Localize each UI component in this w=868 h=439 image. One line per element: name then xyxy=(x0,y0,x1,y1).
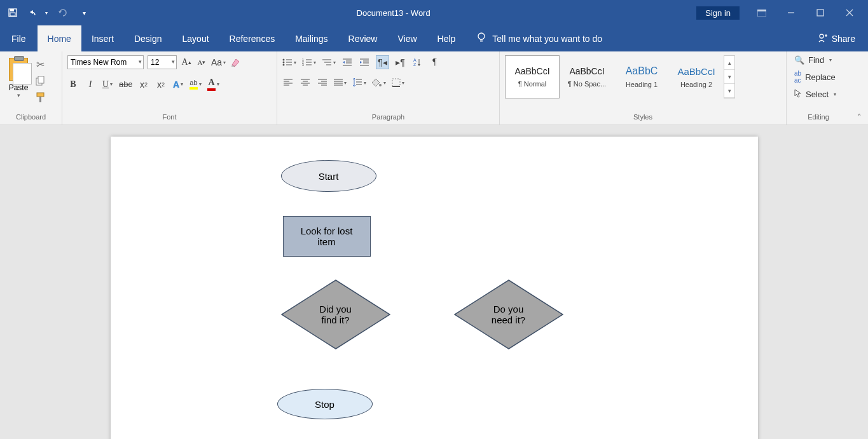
style-normal[interactable]: AaBbCcI¶ Normal xyxy=(505,55,560,98)
tell-me-search[interactable]: Tell me what you want to do xyxy=(476,25,602,51)
flowchart-decision-2[interactable]: Do you need it? xyxy=(454,280,563,349)
copy-icon[interactable] xyxy=(34,74,46,87)
numbering-button[interactable]: 123▾ xyxy=(302,58,316,67)
maximize-icon[interactable] xyxy=(806,3,835,22)
tab-insert[interactable]: Insert xyxy=(81,25,124,51)
text-effects-button[interactable]: A▾ xyxy=(172,79,184,90)
svg-rect-4 xyxy=(757,10,766,11)
collapse-ribbon-icon[interactable]: ˄ xyxy=(850,51,868,125)
undo-icon[interactable] xyxy=(28,6,41,19)
select-button[interactable]: Select▾ xyxy=(792,88,839,101)
font-name-combo[interactable]: Times New Rom▾ xyxy=(67,55,144,69)
qat-more-icon[interactable]: ▾ xyxy=(78,6,90,19)
increase-indent-button[interactable] xyxy=(359,58,370,67)
italic-button[interactable]: I xyxy=(85,79,96,90)
find-button[interactable]: 🔍Find▾ xyxy=(792,54,834,66)
bold-button[interactable]: B xyxy=(67,79,79,90)
svg-rect-17 xyxy=(37,93,44,97)
flowchart-terminator-start[interactable]: Start xyxy=(281,160,376,192)
tab-home[interactable]: Home xyxy=(38,25,81,51)
shading-button[interactable]: ▾ xyxy=(372,78,386,87)
share-label: Share xyxy=(832,34,855,44)
style-heading1[interactable]: AaBbCHeading 1 xyxy=(614,55,669,98)
underline-button[interactable]: U▾ xyxy=(102,79,113,90)
sign-in-button[interactable]: Sign in xyxy=(696,6,740,20)
group-label-font: Font xyxy=(65,113,274,125)
tab-design[interactable]: Design xyxy=(124,25,172,51)
cut-icon[interactable]: ✂ xyxy=(34,58,46,71)
bullets-button[interactable]: ▾ xyxy=(282,58,296,67)
svg-point-22 xyxy=(283,62,285,64)
grow-font-icon[interactable]: A▴ xyxy=(181,57,192,67)
svg-point-65 xyxy=(379,84,382,86)
change-case-button[interactable]: Aa▾ xyxy=(211,57,226,67)
replace-icon: abac xyxy=(794,70,801,84)
shrink-font-icon[interactable]: A▾ xyxy=(196,58,207,66)
ribbon: Paste ▾ ✂ Clipboard Times New Rom▾ 12▾ A… xyxy=(0,51,868,125)
paste-label: Paste xyxy=(9,83,29,92)
page[interactable]: Start Look for lost item Did you find it… xyxy=(111,137,758,439)
group-label-clipboard: Clipboard xyxy=(3,113,59,125)
share-icon xyxy=(818,32,828,44)
svg-text:3: 3 xyxy=(302,63,304,67)
paste-button[interactable]: Paste ▾ xyxy=(5,55,32,98)
styles-more-button[interactable]: ▴▾▾ xyxy=(724,55,735,98)
tab-references[interactable]: References xyxy=(219,25,286,51)
document-title: Document13 - Word xyxy=(90,8,696,18)
style-nospac[interactable]: AaBbCcI¶ No Spac... xyxy=(560,55,614,98)
align-right-button[interactable] xyxy=(317,79,328,86)
ribbon-tabs: File Home Insert Design Layout Reference… xyxy=(0,25,868,51)
tab-mailings[interactable]: Mailings xyxy=(285,25,338,51)
svg-point-20 xyxy=(283,59,285,61)
align-left-button[interactable] xyxy=(282,79,294,86)
superscript-button[interactable]: x2 xyxy=(155,79,167,90)
tab-review[interactable]: Review xyxy=(338,25,388,51)
svg-text:A: A xyxy=(413,58,417,62)
flowchart-process[interactable]: Look for lost item xyxy=(283,216,371,257)
ribbon-display-icon[interactable] xyxy=(747,3,776,22)
save-icon[interactable] xyxy=(6,6,19,19)
multilevel-list-button[interactable]: ▾ xyxy=(322,58,336,67)
flowchart-decision-1[interactable]: Did you find it? xyxy=(281,280,390,349)
tab-view[interactable]: View xyxy=(387,25,427,51)
group-label-paragraph: Paragraph xyxy=(280,113,497,125)
tab-file[interactable]: File xyxy=(0,25,38,51)
rtl-direction-button[interactable]: ▸¶ xyxy=(395,57,406,67)
minimize-icon[interactable] xyxy=(776,3,806,22)
format-painter-icon[interactable] xyxy=(34,91,46,104)
svg-point-9 xyxy=(478,33,485,39)
document-area[interactable]: Start Look for lost item Did you find it… xyxy=(0,125,868,439)
style-heading2[interactable]: AaBbCcIHeading 2 xyxy=(669,55,724,98)
chevron-down-icon[interactable]: ▾ xyxy=(17,92,20,98)
ltr-direction-button[interactable]: ¶◂ xyxy=(376,55,389,69)
tell-me-label: Tell me what you want to do xyxy=(492,34,602,44)
svg-rect-2 xyxy=(10,13,15,16)
justify-button[interactable]: ▾ xyxy=(334,79,347,86)
highlight-button[interactable]: ab▾ xyxy=(189,79,202,90)
decrease-indent-button[interactable] xyxy=(341,58,353,67)
sort-button[interactable]: AZ xyxy=(412,58,424,67)
font-color-button[interactable]: A▾ xyxy=(207,78,219,91)
borders-button[interactable]: ▾ xyxy=(392,78,404,87)
font-size-combo[interactable]: 12▾ xyxy=(148,55,177,69)
svg-rect-6 xyxy=(817,10,823,16)
flowchart-terminator-stop[interactable]: Stop xyxy=(277,389,373,419)
svg-rect-18 xyxy=(39,97,41,102)
lightbulb-icon xyxy=(476,32,487,45)
align-center-button[interactable] xyxy=(300,79,311,86)
subscript-button[interactable]: x2 xyxy=(138,79,149,90)
close-icon[interactable] xyxy=(835,3,864,22)
redo-icon[interactable] xyxy=(56,6,69,19)
share-button[interactable]: Share xyxy=(805,25,868,51)
group-label-styles: Styles xyxy=(502,113,783,125)
show-hide-marks-button[interactable]: ¶ xyxy=(429,57,441,67)
strikethrough-button[interactable]: abc xyxy=(119,79,132,89)
svg-point-12 xyxy=(820,34,823,38)
tab-layout[interactable]: Layout xyxy=(172,25,219,51)
line-spacing-button[interactable]: ▾ xyxy=(352,78,366,87)
paste-icon xyxy=(9,58,28,81)
tab-help[interactable]: Help xyxy=(427,25,466,51)
clear-formatting-icon[interactable] xyxy=(230,57,241,67)
undo-more-icon[interactable]: ▾ xyxy=(43,6,50,19)
replace-button[interactable]: abacReplace xyxy=(792,69,838,85)
